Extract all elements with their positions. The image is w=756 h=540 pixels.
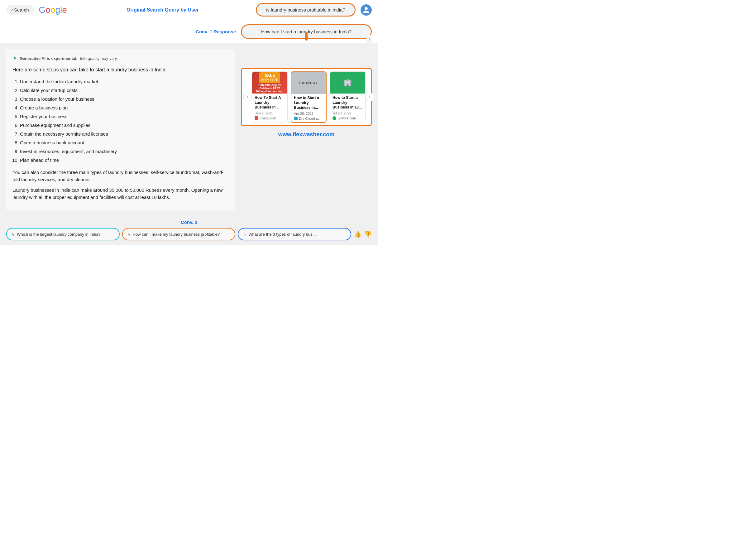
cards-row: SALE20% OFF 18th-19th Aug '23 Celebrate … — [252, 71, 366, 123]
card-2-source-icon — [294, 117, 298, 120]
conv2-arrow-icon-1: ↳ — [11, 232, 15, 237]
thumbs-up-button[interactable]: 👍 — [354, 230, 362, 238]
conv2-button-2-label: How can I make my laundry business profi… — [133, 232, 220, 237]
conv2-buttons: ↳ Which is the largest laundry company i… — [6, 228, 372, 240]
main-intro-text: Here are some steps you can take to star… — [13, 66, 228, 73]
google-logo: Google — [39, 5, 67, 15]
conv1-label: Conv. 1 Response — [196, 29, 236, 34]
sale-text: Celebrate FASTBilling & Accounting — [256, 87, 283, 93]
card-1-source: Khatabook — [255, 116, 285, 120]
grid-view-button[interactable]: ⁝ — [367, 35, 372, 45]
conv2-button-3-label: What are the 3 types of laundry bus... — [248, 232, 316, 237]
card-3-title: How to Start a Laundry Business in 10... — [333, 95, 363, 110]
back-button[interactable]: ‹ Search — [6, 5, 34, 15]
list-item: Invest in resources, equipment, and mach… — [20, 148, 228, 155]
sale-date: 18th-19th Aug '23 — [258, 83, 281, 87]
card-3-date: Jul 28, 2022 — [333, 111, 363, 115]
extra-text-1: You can also consider the three main typ… — [13, 169, 228, 183]
back-label: Search — [14, 7, 29, 13]
arrow-down-icon: ⬇ — [302, 31, 311, 43]
avatar — [361, 4, 372, 16]
card-3-source-label: upwork.com — [338, 116, 356, 120]
card-thumb-sale: SALE20% OFF 18th-19th Aug '23 Celebrate … — [252, 72, 287, 93]
prev-card-button[interactable]: ‹ — [243, 92, 252, 101]
card-3-source: upwork.com — [333, 116, 363, 120]
card-2-body: How to Start a Laundry Business in... Ap… — [291, 94, 326, 122]
conv2-label: Conv. 2 — [6, 219, 372, 225]
card-1-body: How To Start A Laundry Business In... Se… — [252, 93, 287, 122]
original-query-label: Original Search Query by User — [74, 7, 251, 13]
list-item: Choose a location for your business — [20, 95, 228, 103]
list-item: Create a business plan — [20, 104, 228, 112]
card-1[interactable]: SALE20% OFF 18th-19th Aug '23 Celebrate … — [252, 71, 288, 123]
card-1-date: Sep 9, 2021 — [255, 111, 285, 115]
next-card-button[interactable]: › — [366, 92, 374, 101]
card-1-source-label: Khatabook — [260, 116, 276, 120]
ai-icon: ✦ — [13, 55, 17, 62]
card-2-date: Apr 28, 2023 — [294, 112, 323, 115]
conv2-button-1[interactable]: ↳ Which is the largest laundry company i… — [6, 228, 120, 240]
card-thumb-laundry: LAUNDRY — [291, 72, 326, 94]
card-2-source: Dry Cleaning... — [294, 117, 323, 120]
extra-text-2: Laundry businesses in India can make aro… — [13, 187, 228, 201]
original-search-query-box: is laundry business profitable in india? — [256, 3, 356, 17]
card-1-title: How To Start A Laundry Business In... — [255, 95, 285, 110]
header: ‹ Search Google Original Search Query by… — [0, 0, 378, 20]
conv2-button-3[interactable]: ↳ What are the 3 types of laundry bus... — [238, 228, 351, 240]
card-3[interactable]: 🏢 How to Start a Laundry Business in 10.… — [330, 71, 366, 123]
list-item: Purchase equipment and supplies — [20, 122, 228, 129]
conv2-arrow-icon-2: ↳ — [127, 232, 131, 237]
sale-badge: SALE20% OFF — [259, 72, 280, 83]
card-thumb-green: 🏢 — [330, 72, 365, 93]
card-2-source-label: Dry Cleaning... — [299, 117, 322, 120]
ai-notice: ✦ Generative AI is experimental. Info qu… — [13, 55, 228, 62]
steps-list: Understand the Indian laundry market Cal… — [13, 78, 228, 164]
list-item: Calculate your startup costs — [20, 87, 228, 94]
list-item: Understand the Indian laundry market — [20, 78, 228, 85]
thumb-buttons: 👍 👎 — [354, 230, 372, 238]
list-item: Register your business — [20, 113, 228, 120]
card-1-source-icon — [255, 116, 258, 120]
ai-notice-normal: Info quality may vary. — [80, 56, 118, 61]
cards-container: ‹ SALE20% OFF 18th-19th Aug '23 Celebrat… — [241, 68, 372, 126]
list-item: Plan ahead of time — [20, 157, 228, 164]
list-item: Open a business bank account — [20, 139, 228, 147]
card-3-body: How to Start a Laundry Business in 10...… — [330, 93, 365, 122]
user-icon — [363, 6, 370, 14]
ai-notice-bold: Generative AI is experimental. — [20, 56, 77, 61]
list-item: Obtain the necessary permits and license… — [20, 130, 228, 138]
flexwasher-url[interactable]: www.flexwasher.com — [241, 131, 372, 138]
left-panel: ✦ Generative AI is experimental. Info qu… — [6, 49, 235, 211]
conv2-arrow-icon-3: ↳ — [243, 232, 247, 237]
right-panel: ⬇ ⁝ ‹ SALE20% OFF 18th-19th Aug '23 Cele… — [241, 49, 372, 211]
back-arrow-icon: ‹ — [11, 7, 13, 13]
card-2-title: How to Start a Laundry Business in... — [294, 96, 323, 110]
thumbs-down-button[interactable]: 👎 — [364, 230, 372, 238]
conv2-button-2[interactable]: ↳ How can I make my laundry business pro… — [122, 228, 236, 240]
card-3-source-icon — [333, 116, 336, 120]
arrow-area: ⬇ ⁝ — [241, 49, 372, 64]
card-2[interactable]: LAUNDRY How to Start a Laundry Business … — [291, 71, 327, 123]
main-content: ✦ Generative AI is experimental. Info qu… — [0, 44, 378, 216]
conv2-section: Conv. 2 ↳ Which is the largest laundry c… — [0, 216, 378, 245]
conv2-button-1-label: Which is the largest laundry company in … — [17, 232, 101, 237]
conv1-response-row: Conv. 1 Response How can I start a laund… — [0, 20, 378, 44]
